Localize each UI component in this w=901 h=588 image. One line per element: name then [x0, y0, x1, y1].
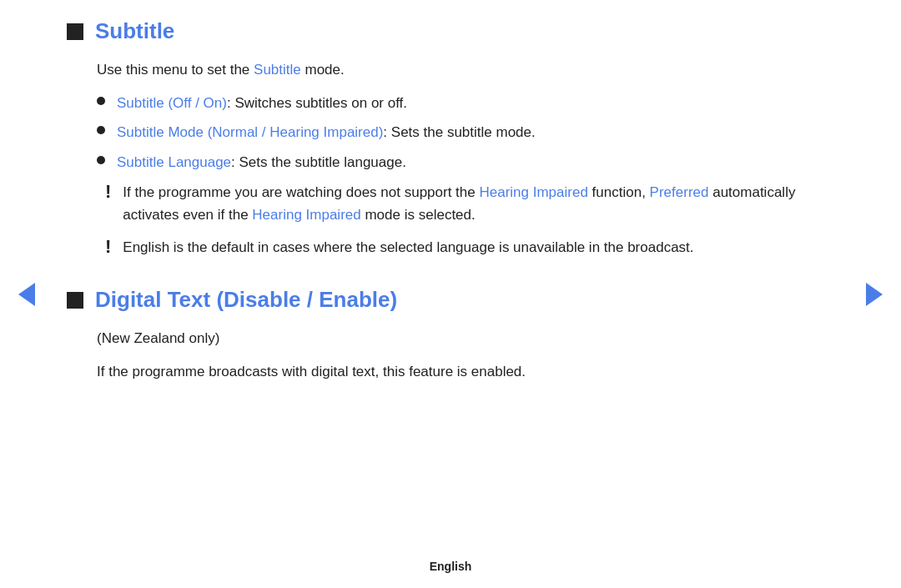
subtitle-intro-after: mode.: [301, 62, 345, 78]
bullet-1-text: Subtitle (Off / On): Switches subtitles …: [117, 93, 407, 114]
note-1-text: If the programme you are watching does n…: [123, 181, 807, 226]
bullet-dot-3: [97, 156, 105, 164]
subtitle-bullet-list: Subtitle (Off / On): Switches subtitles …: [97, 93, 834, 173]
digital-text-section-header: Digital Text (Disable / Enable): [67, 287, 834, 313]
digital-text-section-body: (New Zealand only) If the programme broa…: [67, 328, 834, 382]
note-1-link-1: Hearing Impaired: [479, 184, 587, 200]
bullet-dot-1: [97, 97, 105, 105]
main-content: Subtitle Use this menu to set the Subtit…: [0, 0, 901, 382]
note-1-link-3: Hearing Impaired: [252, 207, 360, 223]
digital-text-section-icon: [67, 292, 83, 309]
list-item: Subtitle (Off / On): Switches subtitles …: [97, 93, 834, 114]
digital-text-desc: If the programme broadcasts with digital…: [97, 361, 834, 383]
bullet-2-link: Subtitle Mode (Normal / Hearing Impaired…: [117, 124, 383, 140]
digital-text-title: Digital Text (Disable / Enable): [95, 287, 397, 313]
right-arrow-icon: [866, 283, 883, 306]
list-item: Subtitle Language: Sets the subtitle lan…: [97, 152, 834, 173]
bullet-2-text: Subtitle Mode (Normal / Hearing Impaired…: [117, 122, 536, 143]
subtitle-section-header: Subtitle: [67, 18, 834, 44]
subtitle-intro-link: Subtitle: [254, 62, 301, 78]
nav-left-button[interactable]: [15, 283, 38, 306]
note-2: ! English is the default in cases where …: [97, 236, 834, 260]
subtitle-intro-before: Use this menu to set the: [97, 62, 254, 78]
note-1-link-2: Preferred: [650, 184, 709, 200]
footer-language: English: [430, 560, 472, 573]
bullet-3-link: Subtitle Language: [117, 154, 231, 170]
subtitle-intro: Use this menu to set the Subtitle mode.: [97, 59, 834, 81]
note-1-icon: !: [105, 179, 111, 205]
bullet-1-link: Subtitle (Off / On): [117, 95, 227, 111]
note-1: ! If the programme you are watching does…: [97, 181, 834, 226]
subtitle-title: Subtitle: [95, 18, 174, 44]
left-arrow-icon: [18, 283, 35, 306]
nav-right-button[interactable]: [863, 283, 886, 306]
note-2-icon: !: [105, 234, 111, 260]
bullet-dot-2: [97, 126, 105, 134]
digital-text-nz: (New Zealand only): [97, 328, 834, 349]
footer: English: [0, 558, 901, 575]
subtitle-section-body: Use this menu to set the Subtitle mode. …: [67, 59, 834, 260]
bullet-3-text: Subtitle Language: Sets the subtitle lan…: [117, 152, 406, 173]
note-2-text: English is the default in cases where th…: [123, 236, 693, 259]
subtitle-section-icon: [67, 23, 83, 40]
list-item: Subtitle Mode (Normal / Hearing Impaired…: [97, 122, 834, 143]
